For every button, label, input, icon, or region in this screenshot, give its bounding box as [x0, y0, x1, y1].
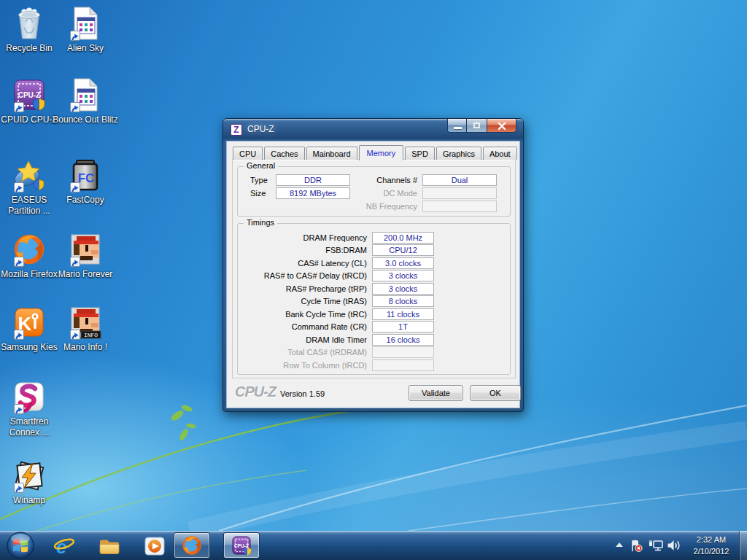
desktop-icon-recycle-bin[interactable]: Recycle Bin: [1, 6, 58, 54]
timing-label: Cycle Time (tRAS): [238, 297, 367, 306]
desktop-icon-winamp[interactable]: Winamp: [1, 458, 58, 506]
network-tray-icon[interactable]: [648, 538, 664, 556]
tab-spd[interactable]: SPD: [405, 147, 435, 160]
flag-alert-icon: [629, 538, 643, 553]
timings-legend: Timings: [244, 218, 277, 227]
type-label: Type: [250, 176, 268, 184]
timing-label: RAS# to CAS# Delay (tRCD): [238, 271, 367, 280]
timing-value-field[interactable]: 3 clocks: [372, 283, 434, 295]
taskbar-media-player[interactable]: [144, 535, 166, 557]
titlebar[interactable]: Z CPU-Z: [223, 119, 523, 141]
cpuz-window: Z CPU-Z CPU Caches Mainboard Memory SPD …: [222, 118, 524, 412]
timing-row: CAS# Latency (CL)3.0 clocks: [238, 257, 510, 270]
desktop-icon-fastcopy[interactable]: FC FastCopy: [57, 158, 114, 206]
taskbar-internet-explorer[interactable]: e: [53, 535, 75, 557]
tab-strip: CPU Caches Mainboard Memory SPD Graphics…: [233, 145, 519, 160]
taskbar-windows-explorer[interactable]: [98, 535, 120, 557]
desktop-icon-easeus-partition[interactable]: EASEUS Partition ...: [1, 158, 58, 217]
tab-mainboard[interactable]: Mainboard: [306, 147, 357, 160]
desktop-icon-mario-forever[interactable]: Mario Forever: [57, 232, 114, 280]
size-field[interactable]: 8192 MBytes: [276, 187, 350, 199]
size-label: Size: [250, 189, 266, 198]
speaker-icon: [666, 538, 682, 553]
version-text: Version 1.59: [280, 389, 325, 398]
desktop-icon-mozilla-firefox[interactable]: Mozilla Firefox: [1, 232, 58, 280]
desktop-icon-alien-sky[interactable]: Alien Sky: [57, 6, 114, 54]
desktop-icon-mario-info[interactable]: INFO Mario Info !: [57, 305, 114, 353]
shortcut-arrow-icon: [70, 182, 80, 192]
desktop-icon-smartfren-connex[interactable]: Smartfren Connex ...: [1, 379, 58, 438]
desktop-icon-label: Smartfren Connex ...: [0, 416, 62, 438]
taskbar-clock[interactable]: 2:32 AM 2/10/2012: [684, 534, 738, 557]
shortcut-arrow-icon: [70, 102, 80, 112]
timing-row: Row To Column (tRCD): [238, 359, 510, 372]
timing-label: DRAM Frequency: [238, 233, 367, 242]
window-footer: CPU-Z Version 1.59 Validate OK: [232, 384, 516, 403]
validate-button[interactable]: Validate: [409, 385, 463, 401]
timing-value-field[interactable]: 11 clocks: [372, 308, 434, 320]
shortcut-arrow-icon: [14, 404, 24, 414]
desktop-icon-label: Mario Info !: [53, 342, 118, 353]
shortcut-arrow-icon: [70, 31, 80, 41]
general-legend: General: [244, 161, 278, 170]
tab-graphics[interactable]: Graphics: [436, 147, 481, 160]
timing-row: DRAM Idle Timer16 clocks: [238, 333, 510, 346]
maximize-icon: [473, 122, 480, 128]
timing-value-field[interactable]: 16 clocks: [372, 334, 434, 346]
desktop-icon-samsung-kies[interactable]: K Samsung Kies: [1, 305, 58, 353]
timing-label: Total CAS# (tRDRAM): [238, 348, 367, 357]
timing-value-field: [372, 346, 434, 358]
minimize-button[interactable]: [447, 119, 467, 133]
cpuz-titlebar-icon: Z: [231, 124, 242, 136]
internet-explorer-icon: e: [53, 535, 75, 557]
show-desktop-button[interactable]: [739, 531, 747, 560]
taskbar-firefox-button[interactable]: [174, 532, 210, 559]
desktop-icon-bounce-out-blitz[interactable]: Bounce Out Blitz: [57, 77, 114, 125]
tab-caches[interactable]: Caches: [264, 147, 304, 160]
media-player-icon: [144, 535, 166, 557]
action-center-tray-icon[interactable]: [629, 538, 643, 556]
shortcut-arrow-icon: [70, 330, 80, 340]
svg-text:FC: FC: [78, 171, 95, 185]
timing-label: Row To Column (tRCD): [238, 361, 367, 370]
maximize-button[interactable]: [467, 119, 487, 133]
cpuz-footer-logo: CPU-Z: [235, 384, 276, 400]
shortcut-arrow-icon: [14, 483, 24, 493]
shortcut-arrow-icon: [14, 182, 24, 192]
start-button[interactable]: [5, 530, 36, 560]
desktop-icon-cpuid-cpuz[interactable]: CPU-Z CPUID CPU-Z: [1, 77, 58, 125]
show-hidden-icons-button[interactable]: [616, 542, 623, 547]
timings-rows: DRAM Frequency200.0 MHz FSB:DRAMCPU/12 C…: [238, 224, 510, 372]
nb-frequency-field: [422, 201, 497, 212]
svg-text:CPU-Z: CPU-Z: [234, 543, 249, 548]
ok-button[interactable]: OK: [470, 385, 521, 401]
taskbar: e: [0, 531, 747, 560]
timing-row: RAS# to CAS# Delay (tRCD)3 clocks: [238, 270, 510, 283]
taskbar-cpuz-button[interactable]: CPU-Z: [223, 532, 260, 559]
type-field[interactable]: DDR: [276, 174, 350, 186]
dc-mode-field: [422, 187, 497, 199]
timing-value-field[interactable]: 3.0 clocks: [372, 257, 434, 269]
timing-label: FSB:DRAM: [238, 246, 367, 254]
recycle-bin-icon: [12, 6, 47, 41]
tab-memory[interactable]: Memory: [359, 145, 404, 160]
timing-value-field[interactable]: 8 clocks: [372, 295, 434, 307]
timing-value-field[interactable]: 1T: [372, 321, 434, 332]
timing-row: FSB:DRAMCPU/12: [238, 244, 510, 257]
firefox-icon: [181, 534, 203, 556]
channels-field[interactable]: Dual: [422, 174, 497, 186]
tab-about[interactable]: About: [483, 147, 517, 160]
desktop-icon-label: Bounce Out Blitz: [53, 114, 118, 125]
timing-label: Command Rate (CR): [238, 322, 367, 331]
dc-mode-label: DC Mode: [347, 189, 417, 198]
timing-value-field[interactable]: 3 clocks: [372, 270, 434, 281]
close-button[interactable]: [487, 119, 516, 133]
desktop-icon-label: Alien Sky: [53, 43, 118, 54]
volume-tray-icon[interactable]: [666, 538, 682, 556]
memory-tab-page: General Type DDR Size 8192 MBytes Channe…: [232, 159, 516, 378]
shortcut-arrow-icon: [14, 102, 24, 112]
tab-cpu[interactable]: CPU: [233, 147, 263, 160]
timing-value-field[interactable]: 200.0 MHz: [372, 232, 434, 244]
timing-value-field[interactable]: CPU/12: [372, 244, 434, 256]
minimize-icon: [454, 127, 462, 129]
